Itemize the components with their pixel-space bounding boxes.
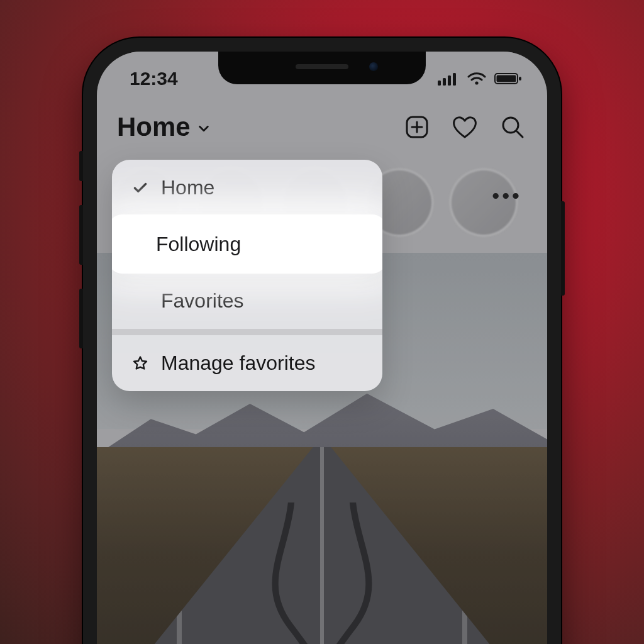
status-time: 12:34: [130, 68, 178, 89]
post-image-detail: [97, 502, 547, 644]
phone-screen: 12:34: [97, 52, 547, 644]
menu-separator: [112, 329, 382, 335]
manage-favorites-button[interactable]: Manage favorites: [112, 335, 382, 391]
header-actions: [402, 113, 527, 142]
phone-frame: 12:34: [83, 38, 561, 644]
new-post-button[interactable]: [402, 113, 431, 142]
wifi-icon: [467, 72, 487, 86]
phone-side-button-right: [561, 201, 565, 296]
feed-switcher-menu: Home Following Favorites Manage favorite…: [112, 160, 382, 391]
svg-rect-1: [443, 78, 446, 86]
phone-notch: [218, 52, 426, 84]
check-icon: [131, 180, 150, 196]
feed-switcher-button[interactable]: Home: [117, 112, 211, 142]
feed-option-favorites[interactable]: Favorites: [112, 272, 382, 329]
feed-option-following[interactable]: Following: [112, 214, 382, 274]
svg-rect-6: [497, 75, 516, 82]
svg-rect-3: [453, 73, 456, 86]
app-header: Home: [97, 112, 547, 142]
activity-button[interactable]: [450, 113, 479, 142]
manage-favorites-label: Manage favorites: [161, 352, 364, 375]
feed-option-label: Home: [161, 176, 364, 199]
chevron-down-icon: [197, 112, 211, 142]
post-more-button[interactable]: •••: [492, 184, 522, 208]
feed-option-home[interactable]: Home: [112, 160, 382, 216]
svg-point-4: [475, 81, 478, 84]
feed-option-label: Following: [156, 233, 364, 256]
battery-icon: [494, 72, 522, 86]
phone-side-buttons-left: [79, 151, 83, 372]
svg-rect-7: [519, 77, 521, 80]
svg-rect-0: [438, 80, 441, 86]
star-outline-icon: [131, 355, 150, 372]
search-button[interactable]: [498, 113, 527, 142]
svg-rect-2: [448, 75, 451, 86]
svg-point-9: [503, 118, 518, 133]
cellular-icon: [438, 72, 459, 86]
feed-option-label: Favorites: [161, 289, 364, 313]
feed-title-label: Home: [117, 112, 191, 142]
